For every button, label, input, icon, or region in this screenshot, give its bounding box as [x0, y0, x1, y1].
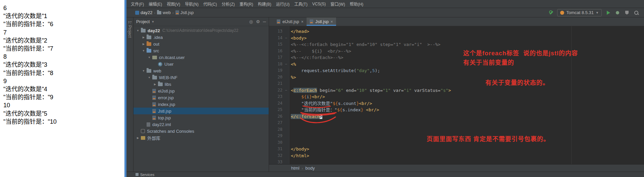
tree-item-web[interactable]: ▼web	[133, 67, 269, 74]
menu-item[interactable]: 编辑(E)	[146, 1, 164, 7]
chevron-down-icon[interactable]: ▼	[136, 29, 140, 32]
chevron-down-icon[interactable]: ▼	[141, 49, 146, 52]
menu-item[interactable]: 构建(B)	[256, 1, 274, 7]
line-number[interactable]: 21	[269, 80, 284, 87]
editor-tab-Jstl.jsp[interactable]: Jstl.jsp×	[307, 17, 336, 26]
settings-gear-icon[interactable]: ⚙	[256, 19, 260, 24]
code-line-26[interactable]: 26</c:forEach>	[269, 113, 644, 120]
editor-tab-elJstl.jsp[interactable]: elJstl.jsp×	[274, 17, 307, 26]
tree-item-.idea[interactable]: ▶.idea	[133, 34, 269, 41]
code-line-22[interactable]: 22−<c:forEach begin="6" end="10" step="1…	[269, 87, 644, 94]
menu-item[interactable]: VCS(S)	[310, 2, 328, 6]
code-editor[interactable]: 13</head>14−<body>15<%--<c:forEach begin…	[269, 26, 644, 164]
locate-icon[interactable]: ◎	[249, 19, 253, 24]
tree-item-index.jsp[interactable]: index.jsp	[133, 101, 269, 108]
nav-crumb-Jstl.jsp[interactable]: Jstl.jsp	[175, 10, 194, 15]
tree-item-Jstl.jsp[interactable]: Jstl.jsp	[133, 108, 269, 114]
chevron-right-icon[interactable]: ▶	[141, 36, 146, 39]
line-number[interactable]: 30	[269, 139, 284, 146]
code-line-25[interactable]: 25 "当前的指针是："${s.index} <br/>	[269, 107, 644, 113]
menu-item[interactable]: 运行(U)	[274, 1, 292, 7]
line-number[interactable]: 22	[269, 87, 284, 94]
coverage-icon[interactable]	[624, 10, 630, 16]
tree-item-top.jsp[interactable]: top.jsp	[133, 114, 269, 121]
wrench-icon[interactable]	[549, 10, 554, 15]
menu-item[interactable]: 工具(T)	[292, 1, 310, 7]
close-icon[interactable]: ×	[301, 19, 304, 24]
code-line-27[interactable]: 27	[269, 120, 644, 126]
fold-icon[interactable]: −	[284, 35, 288, 42]
tree-item-error.jsp[interactable]: error.jsp	[133, 94, 269, 101]
chevron-down-icon[interactable]: ▼	[147, 56, 152, 59]
menu-item[interactable]: 重构(R)	[237, 1, 256, 7]
code-line-14[interactable]: 14−<body>	[269, 35, 644, 42]
search-icon[interactable]	[633, 10, 639, 16]
tree-item-WEB-INF[interactable]: ▼WEB-INF	[133, 74, 269, 81]
menu-item[interactable]: 视图(V)	[164, 1, 182, 7]
menu-item[interactable]: 文件(F)	[128, 1, 146, 7]
line-number[interactable]: 13	[269, 28, 284, 35]
collapse-icon[interactable]: ─	[263, 19, 266, 24]
tree-item-User[interactable]: User	[133, 61, 269, 67]
code-line-33[interactable]: 33	[269, 159, 644, 164]
line-number[interactable]: 16	[269, 48, 284, 55]
menu-item[interactable]: 帮助(H)	[347, 1, 366, 7]
code-line-21[interactable]: 21	[269, 80, 644, 87]
nav-crumb-web[interactable]: web	[157, 10, 171, 15]
menu-item[interactable]: 导航(N)	[182, 1, 201, 7]
line-number[interactable]: 28	[269, 126, 284, 133]
code-line-19[interactable]: 19 request.setAttribute("day",5);	[269, 67, 644, 74]
run-configuration-combo[interactable]: Tomcat 8.5.31 ▼	[557, 9, 602, 16]
chevron-down-icon[interactable]: ▼	[151, 20, 154, 23]
code-line-18[interactable]: 18−<%	[269, 61, 644, 68]
code-line-23[interactable]: 23 ${i}<br/>	[269, 94, 644, 100]
tree-item-day22.iml[interactable]: day22.iml	[133, 121, 269, 128]
line-number[interactable]: 19	[269, 67, 284, 74]
menu-item[interactable]: 代码(C)	[201, 1, 219, 7]
fold-icon[interactable]: −	[284, 87, 288, 94]
line-number[interactable]: 23	[269, 94, 284, 100]
chevron-down-icon[interactable]: ▼	[141, 69, 146, 72]
close-icon[interactable]: ×	[331, 19, 333, 24]
code-line-31[interactable]: 31</body>	[269, 146, 644, 153]
tree-item-src[interactable]: ▼src	[133, 47, 269, 54]
code-line-13[interactable]: 13</head>	[269, 28, 644, 35]
tree-item-cn.itcast.user[interactable]: ▼cn.itcast.user	[133, 54, 269, 61]
code-line-28[interactable]: 28	[269, 126, 644, 133]
project-panel-title[interactable]: Project	[136, 19, 150, 24]
services-tool-window-button[interactable]: Services	[136, 173, 154, 177]
nav-crumb-day22[interactable]: day22	[135, 10, 152, 15]
line-number[interactable]: 26	[269, 113, 284, 120]
menu-item[interactable]: 分析(Z)	[219, 1, 237, 7]
chevron-right-icon[interactable]: ▶	[136, 136, 140, 139]
line-number[interactable]: 25	[269, 107, 284, 113]
code-line-24[interactable]: 24 "迭代的次数是"${s.count}<br/>	[269, 100, 644, 107]
code-line-16[interactable]: 16<%-- ${i} <br/>--%>	[269, 48, 644, 55]
line-number[interactable]: 18	[269, 61, 284, 68]
chevron-right-icon[interactable]: ▶	[153, 83, 157, 86]
line-number[interactable]: 20	[269, 74, 284, 81]
code-line-15[interactable]: 15<%--<c:forEach begin="1" end="10" step…	[269, 41, 644, 48]
tree-item-外部库[interactable]: ▶外部库	[133, 134, 269, 141]
code-line-32[interactable]: 32</html>	[269, 153, 644, 159]
line-number[interactable]: 17	[269, 54, 284, 61]
line-number[interactable]: 31	[269, 146, 284, 153]
tree-item-out[interactable]: ▶out	[133, 41, 269, 47]
tree-item-day22[interactable]: ▼day22C:\Users\Administrator\IdeaProject…	[133, 27, 269, 34]
tree-item-libs[interactable]: ▶libs	[133, 81, 269, 87]
line-number[interactable]: 15	[269, 41, 284, 48]
run-icon[interactable]	[605, 10, 611, 16]
breadcrumb-item-html[interactable]: html	[290, 166, 301, 171]
code-line-20[interactable]: 20%>	[269, 74, 644, 81]
debug-icon[interactable]	[614, 10, 621, 16]
chevron-down-icon[interactable]: ▼	[147, 76, 152, 79]
line-number[interactable]: 24	[269, 100, 284, 107]
code-line-17[interactable]: 17<%--</c:forEach>--%>	[269, 54, 644, 61]
line-number[interactable]: 27	[269, 120, 284, 126]
line-number[interactable]: 32	[269, 153, 284, 159]
line-number[interactable]: 14	[269, 35, 284, 42]
line-number[interactable]: 33	[269, 159, 284, 164]
menu-item[interactable]: 窗口(W)	[328, 1, 347, 7]
fold-icon[interactable]: −	[284, 61, 288, 68]
breadcrumb-item-body[interactable]: body	[304, 166, 316, 171]
